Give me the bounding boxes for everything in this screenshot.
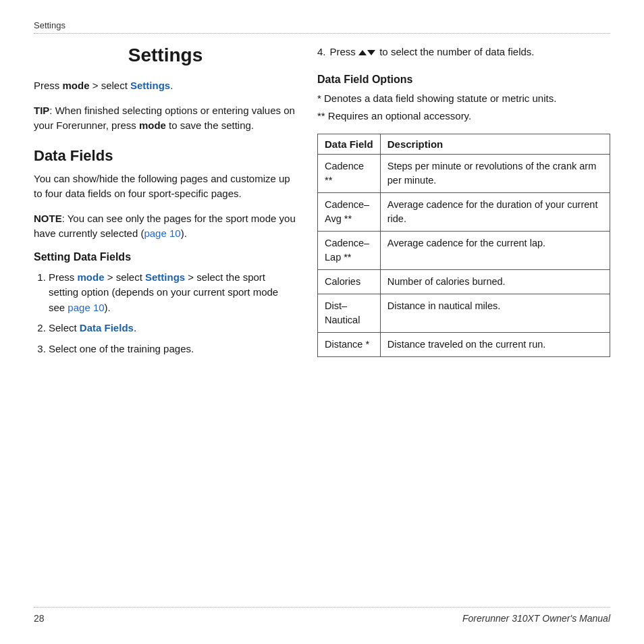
data-fields-note: NOTE: You can see only the pages for the… [34, 211, 297, 242]
table-row: Cadence **Steps per minute or revolution… [318, 154, 610, 192]
step-4: 4. Press to select the number of data fi… [317, 45, 610, 60]
step-2: Select Data Fields. [49, 321, 297, 336]
intro-end: . [170, 80, 173, 91]
intro-text-before: Press [34, 80, 63, 91]
data-fields-title: Data Fields [34, 147, 297, 165]
table-row: Dist– NauticalDistance in nautical miles… [318, 294, 610, 332]
step-1: Press mode > select Settings > select th… [49, 270, 297, 316]
step1-mode: mode [78, 271, 105, 283]
tip-end: to save the setting. [166, 119, 254, 131]
col-header-field: Data Field [318, 134, 381, 154]
table-cell-field: Dist– Nautical [318, 294, 381, 332]
footer: 28 Forerunner 310XT Owner's Manual [34, 607, 610, 624]
arrow-down-icon [367, 50, 375, 55]
steps-list: Press mode > select Settings > select th… [34, 270, 297, 357]
table-header-row: Data Field Description [318, 134, 610, 154]
table-cell-description: Number of calories burned. [380, 269, 610, 294]
table-cell-description: Steps per minute or revolutions of the c… [380, 154, 610, 192]
intro-settings: Settings [130, 80, 170, 91]
intro-mode: mode [63, 80, 90, 91]
step2-bold: Data Fields [80, 322, 134, 333]
table-cell-description: Distance in nautical miles. [380, 294, 610, 332]
right-column: 4. Press to select the number of data fi… [317, 45, 610, 593]
step1-link[interactable]: page 10 [68, 302, 104, 313]
page-container: Settings Settings Press mode > select Se… [0, 0, 644, 644]
tip-label: TIP [34, 105, 49, 116]
tip-paragraph: TIP: When finished selecting options or … [34, 103, 297, 134]
note-end: ). [181, 227, 187, 239]
step1-before: Press [49, 271, 78, 283]
table-body: Cadence **Steps per minute or revolution… [318, 154, 610, 356]
setting-data-fields-title: Setting Data Fields [34, 251, 297, 263]
breadcrumb-text: Settings [34, 20, 65, 30]
table-row: Cadence– Lap **Average cadence for the c… [318, 231, 610, 269]
note-link[interactable]: page 10 [144, 227, 180, 239]
options-notes: * Denotes a data field showing statute o… [317, 91, 610, 124]
step4-content: Press to select the number of data field… [330, 45, 535, 60]
options-title: Data Field Options [317, 74, 610, 86]
table-header: Data Field Description [318, 134, 610, 154]
table-cell-description: Distance traveled on the current run. [380, 332, 610, 356]
step-3: Select one of the training pages. [49, 342, 297, 357]
table-cell-field: Distance * [318, 332, 381, 356]
table-cell-field: Cadence– Avg ** [318, 192, 381, 231]
table-cell-field: Cadence ** [318, 154, 381, 192]
note-label: NOTE [34, 213, 62, 224]
step1-settings: Settings [145, 271, 185, 283]
content-columns: Settings Press mode > select Settings. T… [34, 45, 610, 593]
step4-text: to select the number of data fields. [377, 46, 534, 57]
step1-end: ). [105, 302, 111, 313]
options-note2: ** Requires an optional accessory. [317, 109, 610, 124]
intro-middle: > select [90, 80, 130, 91]
table-row: CaloriesNumber of calories burned. [318, 269, 610, 294]
table-cell-description: Average cadence for the duration of your… [380, 192, 610, 231]
page-number: 28 [34, 613, 45, 624]
breadcrumb: Settings [34, 20, 610, 34]
step1-middle: > select [105, 271, 145, 283]
manual-title: Forerunner 310XT Owner's Manual [462, 613, 610, 624]
step4-number: 4. [317, 45, 326, 60]
table-cell-field: Cadence– Lap ** [318, 231, 381, 269]
page-title: Settings [34, 45, 297, 66]
step2-after: . [134, 322, 136, 333]
arrow-up-icon [358, 50, 367, 55]
step3-text: Select one of the training pages. [49, 343, 194, 354]
options-note1: * Denotes a data field showing statute o… [317, 91, 610, 107]
table-row: Distance *Distance traveled on the curre… [318, 332, 610, 356]
tip-mode: mode [139, 119, 166, 131]
table-cell-description: Average cadence for the current lap. [380, 231, 610, 269]
table-cell-field: Calories [318, 269, 381, 294]
table-row: Cadence– Avg **Average cadence for the d… [318, 192, 610, 231]
col-header-description: Description [380, 134, 610, 154]
intro-paragraph: Press mode > select Settings. [34, 78, 297, 94]
left-column: Settings Press mode > select Settings. T… [34, 45, 297, 593]
step2-before: Select [49, 322, 80, 333]
data-field-table: Data Field Description Cadence **Steps p… [317, 134, 610, 357]
data-fields-description: You can show/hide the following pages an… [34, 171, 297, 202]
